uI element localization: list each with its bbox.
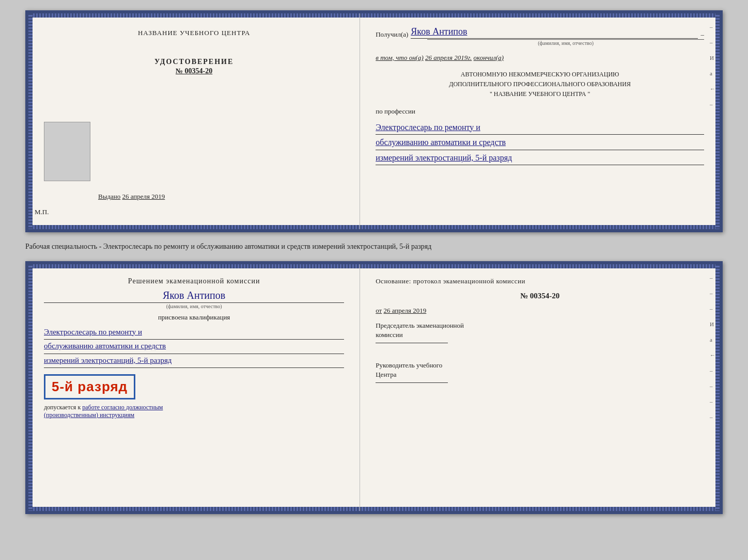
right-side-marks-bottom: – – – И а ← – – – –: [710, 275, 715, 420]
right-side-marks: – – И а ← –: [710, 24, 715, 107]
profession-label: по профессии: [376, 107, 704, 116]
profession-line2: обслуживанию автоматики и средств: [376, 136, 704, 150]
issued-date: 26 апреля 2019: [122, 193, 165, 200]
org-name-top: НАЗВАНИЕ УЧЕБНОГО ЦЕНТРА: [138, 29, 250, 37]
completed-label: окончил(а): [474, 54, 504, 61]
chairman-label2: комиссии: [376, 330, 704, 340]
head-signature-line: [376, 382, 448, 383]
recipient-line: Получил(а) Яков Антипов –: [376, 26, 704, 39]
certify-label: в том, что он(а): [376, 54, 424, 61]
org-line1: АВТОНОМНУЮ НЕКОММЕРЧЕСКУЮ ОРГАНИЗАЦИЮ: [376, 70, 704, 79]
photo-placeholder: [44, 122, 90, 181]
profession-name: Электрослесарь по ремонту и обслуживанию…: [376, 121, 704, 167]
separator-label: Рабочая специальность - Электрослесарь п…: [25, 243, 431, 250]
date-certify-line: в том, что он(а) 26 апреля 2019г. окончи…: [376, 54, 704, 62]
mp-label: М.П.: [35, 208, 49, 216]
rank-badge-text: 5-й разряд: [52, 379, 128, 395]
allowed-text: работе согласно должностным: [82, 404, 163, 411]
certificate-top: НАЗВАНИЕ УЧЕБНОГО ЦЕНТРА УДОСТОВЕРЕНИЕ №…: [25, 10, 723, 232]
protocol-number: № 00354-20: [376, 292, 704, 300]
fio-label-top: (фамилия, имя, отчество): [427, 39, 704, 46]
qual-line2: обслуживанию автоматики и средств: [44, 340, 344, 354]
separator-text: Рабочая специальность - Электрослесарь п…: [25, 237, 723, 256]
org-line3: " НАЗВАНИЕ УЧЕБНОГО ЦЕНТРА ": [376, 89, 704, 99]
person-name-block: Яков Антипов (фамилия, имя, отчество): [44, 290, 344, 309]
protocol-date-label: от: [376, 307, 382, 314]
protocol-date-value: 26 апреля 2019: [384, 307, 427, 314]
cert-number: № 00354-20: [154, 67, 233, 75]
cert-bottom-left-panel: Решением экаменационной комиссии Яков Ан…: [28, 264, 360, 511]
cert-top-left-panel: НАЗВАНИЕ УЧЕБНОГО ЦЕНТРА УДОСТОВЕРЕНИЕ №…: [28, 13, 360, 229]
certificate-bottom: Решением экаменационной комиссии Яков Ан…: [25, 261, 723, 514]
profession-line3: измерений электростанций, 5-й разряд: [376, 151, 704, 166]
decision-title: Решением экаменационной комиссии: [44, 277, 344, 285]
fio-label-bottom: (фамилия, имя, отчество): [44, 303, 344, 309]
head-label1: Руководитель учебного: [376, 361, 704, 370]
person-name-handwritten: Яков Антипов: [44, 290, 344, 303]
allowed-label: допускается к работе согласно должностны…: [44, 404, 344, 419]
org-description: АВТОНОМНУЮ НЕКОММЕРЧЕСКУЮ ОРГАНИЗАЦИЮ ДО…: [376, 70, 704, 100]
allowed-prefix: допускается к: [44, 404, 81, 411]
chairman-label1: Председатель экаменационной: [376, 321, 704, 330]
issued-label: Выдано: [98, 193, 120, 200]
certify-date: 26 апреля 2019г.: [425, 54, 472, 61]
chairman-signature-line: [376, 343, 448, 343]
qualification-name: Электрослесарь по ремонту и обслуживанию…: [44, 326, 344, 369]
profession-line1: Электрослесарь по ремонту и: [376, 121, 704, 135]
recipient-name: Яков Антипов: [411, 26, 698, 39]
received-label: Получил(а): [376, 30, 408, 39]
qual-line3: измерений электростанций, 5-й разряд: [44, 354, 344, 369]
cert-top-right-panel: Получил(а) Яков Антипов – (фамилия, имя,…: [360, 13, 720, 229]
cert-bottom-right-panel: Основание: протокол экаменационной комис…: [360, 264, 720, 511]
issued-line: Выдано 26 апреля 2019: [98, 193, 165, 201]
qual-line1: Электрослесарь по ремонту и: [44, 326, 344, 340]
qualification-label: присвоена квалификация: [44, 313, 344, 322]
cert-title-block: УДОСТОВЕРЕНИЕ № 00354-20: [154, 58, 233, 75]
org-line2: ДОПОЛНИТЕЛЬНОГО ПРОФЕССИОНАЛЬНОГО ОБРАЗО…: [376, 79, 704, 89]
head-label2: Центра: [376, 370, 704, 379]
cert-title: УДОСТОВЕРЕНИЕ: [154, 58, 233, 66]
rank-badge: 5-й разряд: [44, 374, 135, 399]
protocol-date: от 26 апреля 2019: [376, 307, 704, 315]
head-block: Руководитель учебного Центра: [376, 361, 704, 384]
recipient-block: Получил(а) Яков Антипов – (фамилия, имя,…: [376, 24, 704, 46]
basis-text: Основание: протокол экаменационной комис…: [376, 277, 704, 285]
chairman-block: Председатель экаменационной комиссии: [376, 321, 704, 344]
allowed-text2: (производственным) инструкциям: [44, 411, 134, 419]
